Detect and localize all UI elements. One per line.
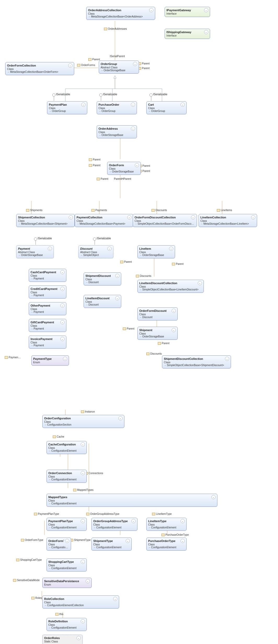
chevron-down-icon[interactable]: ⌄ — [133, 62, 137, 66]
property-icon — [88, 58, 91, 61]
chevron-down-icon[interactable]: ⌄ — [211, 495, 216, 499]
class-OrderGroupAddressType[interactable]: OrderGroupAddressType⌄ Class Configurati… — [91, 518, 137, 531]
chevron-down-icon[interactable]: ⌄ — [65, 539, 69, 543]
class-PurchaseOrder[interactable]: PurchaseOrder⌄ Class OrderGroup — [97, 101, 137, 114]
chevron-down-icon[interactable]: ⌄ — [113, 597, 117, 601]
class-Payment[interactable]: Payment⌄ Abstract Class OrderStorageBase — [16, 245, 54, 258]
interface-IShippingGateway[interactable]: IShippingGateway⌄ Interface — [165, 29, 210, 39]
chevron-down-icon[interactable]: ⌄ — [60, 337, 65, 341]
class-CacheConfiguration[interactable]: CacheConfiguration⌄ Class ConfigurationE… — [47, 441, 87, 454]
chevron-down-icon[interactable]: ⌄ — [115, 274, 119, 278]
chevron-down-icon[interactable]: ⌄ — [86, 579, 90, 583]
chevron-down-icon[interactable]: ⌄ — [115, 296, 119, 300]
chevron-down-icon[interactable]: ⌄ — [149, 8, 153, 12]
class-OrderConnection[interactable]: OrderConnection⌄ Class ConfigurationElem… — [47, 470, 87, 483]
chevron-down-icon[interactable]: ⌄ — [81, 442, 85, 446]
assoc-label: SensitiveDataMode — [13, 579, 40, 582]
chevron-down-icon[interactable]: ⌄ — [131, 103, 135, 107]
chevron-down-icon[interactable]: ⌄ — [204, 8, 208, 12]
class-OrderRoles[interactable]: OrderRoles⌄ Static Class — [42, 635, 83, 644]
class-OrderFormDiscountCollection[interactable]: OrderFormDiscountCollection⌄ Class Simpl… — [133, 214, 197, 227]
assoc-label: Parent — [123, 327, 134, 330]
chevron-down-icon[interactable]: ⌄ — [81, 560, 85, 564]
class-PurchaseOrderType[interactable]: PurchaseOrderType⌄ Class ConfigurationEl… — [146, 538, 187, 551]
class-OrderGroup[interactable]: OrderGroup⌄ Abstract Class OrderStorageB… — [99, 61, 139, 74]
chevron-down-icon[interactable]: ⌄ — [81, 471, 85, 475]
chevron-down-icon[interactable]: ⌄ — [48, 247, 52, 251]
class-RoleCollection[interactable]: RoleCollection⌄ Class ConfigurationEleme… — [42, 595, 119, 609]
class-OrderAddress[interactable]: OrderAddress⌄ Class OrderStorageBase — [97, 125, 137, 138]
chevron-down-icon[interactable]: ⌄ — [169, 247, 173, 251]
class-PaymentPlanType[interactable]: PaymentPlanType⌄ Class ConfigurationElem… — [47, 518, 87, 531]
class-Shipment[interactable]: Shipment⌄ Class OrderStorageBase — [137, 327, 178, 340]
class-GiftCardPayment[interactable]: GiftCardPayment⌄ Class Payment — [29, 319, 66, 332]
chevron-down-icon[interactable]: ⌄ — [68, 63, 72, 68]
chevron-down-icon[interactable]: ⌄ — [198, 281, 202, 285]
class-OrderForm[interactable]: OrderForm⌄ Class OrderStorageBase — [107, 162, 141, 175]
chevron-down-icon[interactable]: ⌄ — [107, 247, 112, 251]
class-ShoppingCartType[interactable]: ShoppingCartType⌄ Class ConfigurationEle… — [47, 558, 87, 571]
chevron-down-icon[interactable]: ⌄ — [135, 163, 139, 167]
chevron-down-icon[interactable]: ⌄ — [225, 357, 229, 361]
chevron-down-icon[interactable]: ⌄ — [60, 270, 65, 274]
chevron-down-icon[interactable]: ⌄ — [131, 127, 135, 131]
chevron-down-icon[interactable]: ⌄ — [81, 619, 85, 623]
property-icon — [104, 28, 107, 30]
class-CashCardPayment[interactable]: CashCardPayment⌄ Class Payment — [29, 269, 66, 282]
class-ShipmentType[interactable]: ShipmentType⌄ Class ConfigurationElement — [91, 538, 132, 551]
assoc-label: Paymen… — [5, 356, 21, 359]
box-stereotype: Class — [88, 12, 153, 15]
enum-SensitiveDataPersistance[interactable]: SensitiveDataPersistance⌄ Enum — [42, 578, 92, 588]
class-LineItemType[interactable]: LineItemType⌄ Class ConfigurationElement — [146, 518, 187, 531]
chevron-down-icon[interactable]: ⌄ — [81, 519, 85, 523]
chevron-down-icon[interactable]: ⌄ — [172, 309, 176, 313]
class-OrderFormCollection[interactable]: OrderFormCollection⌄ Class MetaStorageCo… — [5, 62, 74, 75]
box-base: MetaStorageCollectionBase<OrderForm> — [7, 70, 72, 73]
chevron-down-icon[interactable]: ⌄ — [181, 103, 185, 107]
class-CreditCardPayment[interactable]: CreditCardPayment⌄ Class Payment — [29, 285, 66, 299]
class-PaymentPlan[interactable]: PaymentPlan⌄ Class OrderGroup — [47, 101, 87, 114]
chevron-down-icon[interactable]: ⌄ — [77, 636, 81, 640]
chevron-down-icon[interactable]: ⌄ — [60, 287, 65, 291]
assoc-label: Discounts — [146, 352, 162, 355]
class-OrderFormDiscount[interactable]: OrderFormDiscount⌄ Class Discount — [137, 307, 178, 320]
class-LineItemCollection[interactable]: LineItemCollection⌄ Class MetaStorageCol… — [199, 214, 257, 227]
class-RoleDefinition[interactable]: RoleDefinition⌄ Class ConfigurationEleme… — [47, 618, 87, 631]
chevron-down-icon[interactable]: ⌄ — [63, 357, 67, 361]
chevron-down-icon[interactable]: ⌄ — [131, 519, 136, 523]
class-OrderFormType[interactable]: OrderFormTy…⌄ Class ConfigurationElement — [47, 538, 71, 551]
class-ShipmentCollection[interactable]: ShipmentCollection⌄ Class MetaStorageCol… — [16, 214, 75, 227]
class-LineItemDiscount[interactable]: LineItemDiscount⌄ Class Discount — [84, 295, 121, 308]
chevron-down-icon[interactable]: ⌄ — [191, 215, 195, 219]
chevron-down-icon[interactable]: ⌄ — [181, 519, 185, 523]
chevron-down-icon[interactable]: ⌄ — [126, 539, 130, 543]
chevron-down-icon[interactable]: ⌄ — [118, 416, 123, 420]
class-OrderAddressCollection[interactable]: OrderAddressCollection⌄ Class MetaStorag… — [86, 7, 155, 20]
chevron-down-icon[interactable]: ⌄ — [127, 215, 131, 219]
chevron-down-icon[interactable]: ⌄ — [181, 539, 185, 543]
assoc-label: LineItems — [217, 209, 232, 212]
interface-IPaymentGateway[interactable]: IPaymentGateway⌄ Interface — [165, 7, 210, 17]
class-ShipmentDiscountCollection[interactable]: ShipmentDiscountCollection⌄ Class Simple… — [162, 355, 231, 368]
assoc-label: ParentHParent — [114, 177, 131, 180]
class-OrderConfiguration[interactable]: OrderConfiguration⌄ Class ConfigurationS… — [42, 415, 124, 428]
chevron-down-icon[interactable]: ⌄ — [81, 103, 85, 107]
class-LineItemDiscountCollection[interactable]: LineItemDiscountCollection⌄ Class Simple… — [137, 280, 204, 293]
class-Cart[interactable]: Cart⌄ Class OrderGroup — [146, 101, 187, 114]
class-Discount[interactable]: Discount⌄ Abstract Class SimpleObject — [78, 245, 113, 258]
class-LineItem[interactable]: LineItem⌄ Class OrderStorageBase — [137, 245, 175, 258]
chevron-down-icon[interactable]: ⌄ — [69, 215, 73, 219]
class-MappedTypes[interactable]: MappedTypes⌄ Class ConfigurationElement — [47, 494, 217, 507]
class-PaymentCollection[interactable]: PaymentCollection⌄ Class MetaStorageColl… — [75, 214, 133, 227]
assoc-label: ShipmentType — [70, 539, 91, 541]
chevron-down-icon[interactable]: ⌄ — [172, 328, 176, 332]
assoc-label: ISerialParent — [110, 55, 125, 58]
chevron-down-icon[interactable]: ⌄ — [204, 30, 208, 34]
class-ShipmentDiscount[interactable]: ShipmentDiscount⌄ Class Discount — [84, 272, 121, 285]
class-OtherPayment[interactable]: OtherPayment⌄ Class Payment — [29, 302, 66, 315]
chevron-down-icon[interactable]: ⌄ — [60, 303, 65, 308]
enum-PaymentType[interactable]: PaymentType⌄ Enum — [31, 355, 69, 366]
chevron-down-icon[interactable]: ⌄ — [60, 320, 65, 324]
class-InvoicePayment[interactable]: InvoicePayment⌄ Class Payment — [29, 336, 66, 349]
chevron-down-icon[interactable]: ⌄ — [251, 215, 255, 219]
